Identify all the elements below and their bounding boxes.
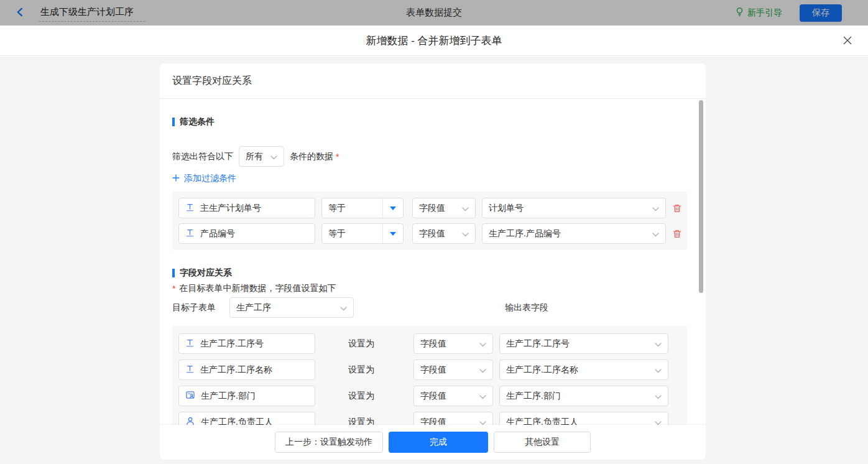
filter-field-name: 主生产计划单号 [200, 203, 261, 214]
text-field-icon [185, 364, 195, 376]
plus-icon [172, 174, 180, 183]
target-subform-select[interactable]: 生产工序 [229, 297, 354, 318]
chevron-down-icon [655, 391, 662, 401]
mapping-note-text: 在目标表单中新增数据，字段值设置如下 [179, 283, 336, 294]
card-title: 设置字段对应关系 [160, 63, 706, 99]
filter-sentence: 筛选出符合以下 所有 条件的数据 * [172, 146, 687, 167]
filter-value: 计划单号 [489, 203, 524, 214]
operator-value: 等于 [322, 198, 382, 218]
done-button[interactable]: 完成 [389, 432, 488, 453]
sentence-suffix: 条件的数据 [290, 151, 333, 162]
operator-caret-button[interactable] [382, 198, 403, 218]
mapping-field-name: 生产工序.工序号 [200, 338, 264, 350]
required-mark: * [172, 284, 175, 294]
target-subform-label: 目标子表单 [172, 302, 216, 313]
close-icon [843, 35, 852, 47]
filter-rows-container: 主生产计划单号 等于 字段值 计划单号 [172, 192, 687, 250]
chevron-down-icon [479, 391, 486, 401]
add-data-modal: 新增数据 - 合并新增到子表单 设置字段对应关系 筛选条件 [0, 26, 868, 464]
text-field-icon [185, 228, 195, 239]
value-type-value: 字段值 [420, 338, 446, 350]
mapping-field-name: 生产工序.部门 [201, 391, 256, 402]
operator-select[interactable]: 等于 [321, 198, 404, 218]
mapping-note: * 在目标表单中新增数据，字段值设置如下 [172, 282, 687, 295]
filter-value: 生产工序.产品编号 [489, 228, 561, 239]
match-mode-value: 所有 [246, 151, 263, 162]
mapping-field-input[interactable]: 生产工序.工序名称 [178, 360, 315, 380]
value-type-value: 字段值 [420, 364, 446, 376]
mapping-card: 设置字段对应关系 筛选条件 筛选出符合以下 所有 [160, 63, 706, 460]
output-field-value: 生产工序.部门 [506, 391, 561, 402]
mapping-rows-container: 生产工序.工序号 设置为 字段值 生产工序.工序号 [172, 326, 687, 440]
scrollbar-thumb[interactable] [699, 100, 703, 293]
mapping-field-input[interactable]: 生产工序.工序号 [178, 333, 315, 354]
value-type-value: 字段值 [419, 228, 445, 239]
output-field-value: 生产工序.工序名称 [506, 364, 578, 376]
mapping-section-header: 字段对应关系 [172, 267, 687, 279]
value-type-value: 字段值 [419, 203, 445, 214]
operator-caret-button[interactable] [382, 224, 403, 243]
modal-header: 新增数据 - 合并新增到子表单 [0, 26, 868, 56]
output-field-select[interactable]: 生产工序.工序号 [499, 333, 668, 354]
modal-title: 新增数据 - 合并新增到子表单 [366, 34, 502, 48]
value-type-select[interactable]: 字段值 [413, 360, 493, 380]
modal-footer: 上一步：设置触发动作 完成 其他设置 [160, 425, 706, 460]
trash-icon [672, 229, 682, 239]
chevron-down-icon [652, 229, 659, 239]
mapping-row: 生产工序.工序名称 设置为 字段值 生产工序.工序名称 [178, 360, 681, 380]
match-mode-select[interactable]: 所有 [239, 146, 284, 167]
trash-icon [672, 203, 682, 213]
mapping-section-title: 字段对应关系 [180, 267, 232, 279]
other-settings-button[interactable]: 其他设置 [494, 432, 591, 453]
value-type-value: 字段值 [420, 391, 446, 402]
set-as-label: 设置为 [348, 364, 374, 376]
section-accent-bar [172, 269, 175, 277]
add-filter-condition-label: 添加过滤条件 [184, 173, 236, 184]
caret-down-icon [390, 232, 396, 236]
sentence-prefix: 筛选出符合以下 [172, 151, 233, 162]
filter-row: 产品编号 等于 字段值 生产工序.产品编号 [178, 223, 681, 244]
chevron-down-icon [479, 339, 486, 349]
chevron-down-icon [652, 203, 659, 213]
modal-body: 设置字段对应关系 筛选条件 筛选出符合以下 所有 [0, 57, 868, 464]
filter-row: 主生产计划单号 等于 字段值 计划单号 [178, 198, 681, 218]
value-type-select[interactable]: 字段值 [412, 223, 476, 244]
value-type-select[interactable]: 字段值 [413, 386, 493, 406]
delete-condition-button[interactable] [672, 203, 682, 213]
output-field-select[interactable]: 生产工序.部门 [499, 386, 668, 406]
caret-down-icon [390, 206, 396, 210]
required-mark: * [336, 152, 339, 162]
mapping-row: 生产工序.工序号 设置为 字段值 生产工序.工序号 [178, 333, 681, 354]
delete-condition-button[interactable] [672, 229, 682, 239]
modal-dim-mask [0, 0, 868, 26]
value-type-select[interactable]: 字段值 [412, 198, 476, 218]
filter-field-input[interactable]: 产品编号 [178, 223, 315, 244]
prev-step-button[interactable]: 上一步：设置触发动作 [275, 432, 383, 453]
filter-field-input[interactable]: 主生产计划单号 [178, 198, 315, 218]
chevron-down-icon [340, 303, 347, 313]
chevron-down-icon [479, 365, 486, 375]
chevron-down-icon [655, 365, 662, 375]
target-subform-value: 生产工序 [236, 302, 271, 313]
operator-select[interactable]: 等于 [321, 223, 404, 244]
chevron-down-icon [462, 229, 469, 239]
department-field-icon [185, 390, 195, 402]
operator-value: 等于 [322, 224, 382, 243]
close-button[interactable] [842, 35, 853, 47]
mapping-field-name: 生产工序.工序名称 [200, 364, 272, 376]
card-content: 筛选条件 筛选出符合以下 所有 条件的数据 * [160, 99, 706, 460]
add-filter-condition-link[interactable]: 添加过滤条件 [172, 172, 236, 185]
output-field-select[interactable]: 生产工序.工序名称 [499, 360, 668, 380]
chevron-down-icon [655, 339, 662, 349]
mapping-field-input[interactable]: 生产工序.部门 [178, 386, 315, 406]
section-accent-bar [172, 118, 175, 126]
filter-section-header: 筛选条件 [172, 116, 687, 128]
set-as-label: 设置为 [348, 391, 374, 402]
mapping-row: 生产工序.部门 设置为 字段值 生产工序.部门 [178, 386, 681, 406]
filter-value-select[interactable]: 生产工序.产品编号 [482, 223, 666, 244]
filter-section-title: 筛选条件 [180, 116, 215, 128]
value-type-select[interactable]: 字段值 [413, 333, 493, 354]
output-field-column-label: 输出表字段 [505, 302, 548, 313]
chevron-down-icon [270, 152, 277, 162]
filter-value-select[interactable]: 计划单号 [482, 198, 666, 218]
